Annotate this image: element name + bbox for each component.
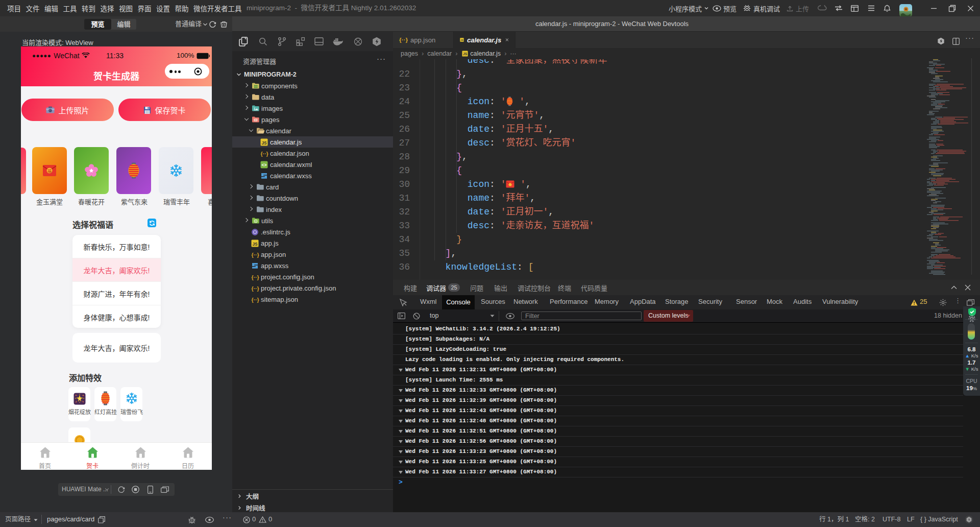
svg-text:JS: JS: [261, 140, 267, 145]
svg-text:福: 福: [47, 169, 52, 174]
svg-text:{··}: {··}: [251, 251, 259, 257]
svg-text:{··}: {··}: [251, 285, 259, 291]
svg-text:JS: JS: [252, 242, 258, 246]
svg-text:{··}: {··}: [260, 150, 268, 156]
svg-text:{··}: {··}: [399, 36, 408, 43]
svg-text:JS: JS: [460, 39, 463, 41]
svg-text:JS: JS: [463, 52, 468, 56]
svg-text:{··}: {··}: [251, 274, 259, 280]
svg-text:{··}: {··}: [251, 296, 259, 302]
svg-text:<>: <>: [262, 162, 267, 167]
